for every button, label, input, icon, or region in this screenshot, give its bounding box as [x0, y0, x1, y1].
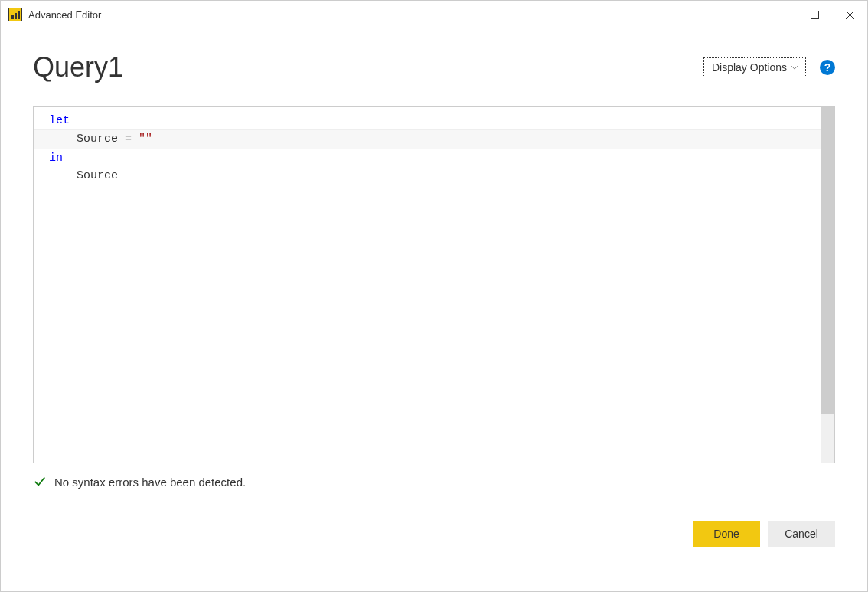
- display-options-dropdown[interactable]: Display Options: [703, 57, 806, 77]
- titlebar-left: Advanced Editor: [8, 8, 101, 21]
- minimize-button[interactable]: [762, 1, 797, 28]
- window-title: Advanced Editor: [28, 9, 101, 21]
- query-title: Query1: [33, 51, 123, 83]
- content-area: Query1 Display Options ? let Source = ""…: [1, 28, 867, 562]
- maximize-icon: [811, 11, 819, 19]
- scrollbar-thumb[interactable]: [821, 107, 834, 414]
- code-line: let: [49, 112, 821, 129]
- titlebar: Advanced Editor: [1, 1, 867, 28]
- display-options-label: Display Options: [712, 61, 787, 74]
- code-line: Source: [49, 167, 821, 185]
- close-icon: [846, 11, 854, 19]
- window-controls: [762, 1, 867, 28]
- done-button[interactable]: Done: [693, 521, 760, 547]
- code-line: in: [49, 149, 821, 167]
- code-line: Source = "": [34, 129, 821, 149]
- maximize-button[interactable]: [797, 1, 832, 28]
- check-icon: [33, 474, 47, 490]
- status-row: No syntax errors have been detected.: [33, 474, 835, 490]
- status-message: No syntax errors have been detected.: [54, 476, 246, 489]
- help-icon[interactable]: ?: [820, 60, 835, 75]
- vertical-scrollbar[interactable]: [821, 107, 834, 463]
- cancel-button[interactable]: Cancel: [768, 521, 835, 547]
- svg-rect-1: [811, 11, 818, 18]
- button-row: Done Cancel: [33, 521, 835, 547]
- app-icon: [8, 8, 22, 21]
- chevron-down-icon: [791, 66, 798, 70]
- minimize-icon: [775, 11, 784, 19]
- header-right: Display Options ?: [703, 57, 835, 77]
- header-row: Query1 Display Options ?: [33, 51, 835, 83]
- code-editor[interactable]: let Source = "" in Source: [33, 106, 835, 463]
- close-button[interactable]: [832, 1, 867, 28]
- editor-content[interactable]: let Source = "" in Source: [34, 107, 821, 463]
